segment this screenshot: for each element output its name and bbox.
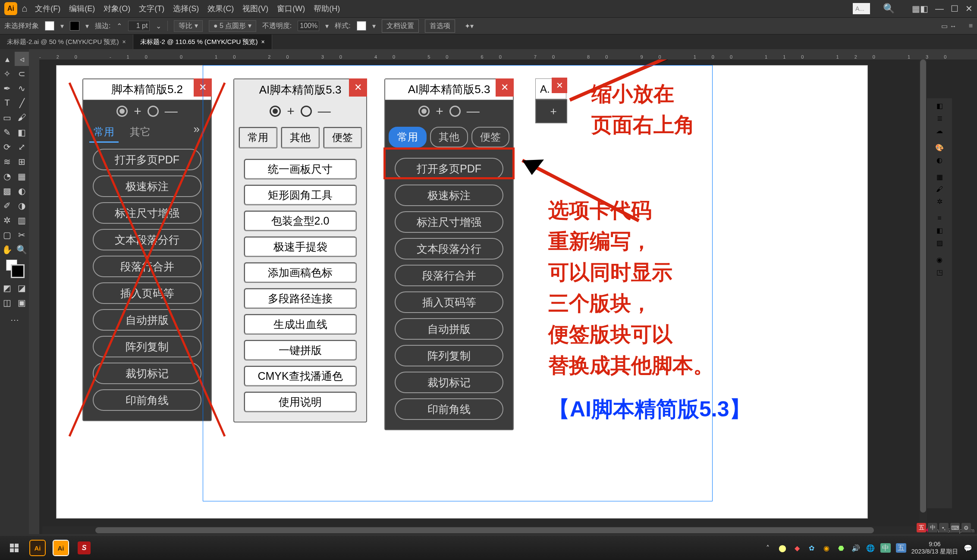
radio-on-icon[interactable]: [116, 106, 128, 117]
panel52-btn-7[interactable]: 阵列复制: [93, 336, 201, 357]
stroke-value-input[interactable]: 1 pt: [128, 21, 150, 31]
options-menu-icon[interactable]: ≡: [969, 22, 973, 30]
ime-badge-1[interactable]: 五: [917, 523, 926, 532]
menu-view[interactable]: 视图(V): [242, 3, 268, 14]
taskbar-app-ai-1[interactable]: Ai: [28, 539, 47, 557]
graphic-styles-icon[interactable]: ◳: [936, 268, 943, 276]
stroke-swatch[interactable]: [70, 21, 79, 31]
doc-tab-1-close-icon[interactable]: ×: [122, 38, 126, 45]
panel-toggle-icon[interactable]: ▭ ↔: [941, 22, 956, 30]
menu-type[interactable]: 文字(T): [139, 3, 164, 14]
gradient-tool-icon[interactable]: ◐: [15, 184, 29, 198]
arrange-docs-icon[interactable]: ▦◧: [912, 3, 928, 14]
edit-toolbar-icon[interactable]: ⋯: [7, 313, 22, 327]
eyedropper-tool-icon[interactable]: ✐: [0, 198, 14, 213]
opacity-value-input[interactable]: 100%: [298, 21, 319, 31]
preferences-button[interactable]: 首选项: [425, 19, 455, 33]
free-transform-icon[interactable]: ⊞: [15, 154, 29, 169]
horizontal-scrollbar[interactable]: [42, 526, 927, 534]
title-search-input[interactable]: A...: [853, 3, 870, 14]
graph-tool-icon[interactable]: ▥: [15, 213, 29, 227]
layers-panel-icon[interactable]: ≣: [937, 114, 942, 122]
menu-window[interactable]: 窗口(W): [277, 3, 305, 14]
panel52-btn-5[interactable]: 插入页码等: [93, 282, 201, 304]
pen-tool-icon[interactable]: ✒: [0, 81, 14, 95]
fill-stroke-control[interactable]: [6, 260, 23, 277]
tray-security-icon[interactable]: ⬤: [778, 543, 787, 553]
doc-setup-button[interactable]: 文档设置: [382, 19, 419, 33]
panel52-btn-0[interactable]: 打开多页PDF: [93, 149, 201, 170]
paintbrush-tool-icon[interactable]: 🖌: [15, 110, 29, 125]
color-panel-icon[interactable]: 🎨: [935, 144, 944, 152]
window-close-icon[interactable]: ✕: [965, 3, 973, 14]
stroke-increment-icon[interactable]: ⌄: [156, 22, 161, 30]
slice-tool-icon[interactable]: ✂: [15, 228, 29, 242]
swatches-panel-icon[interactable]: ▦: [936, 173, 943, 181]
menu-select[interactable]: 选择(S): [173, 3, 199, 14]
panel52-tab-other[interactable]: 其它: [122, 122, 158, 143]
selection-tool-icon[interactable]: ▴: [0, 52, 14, 66]
magic-wand-tool-icon[interactable]: ✧: [0, 66, 14, 81]
tray-network-icon[interactable]: 🌐: [866, 543, 875, 553]
fill-swatch[interactable]: [45, 21, 54, 31]
panel52-tab-common[interactable]: 常用: [89, 122, 119, 143]
properties-panel-icon[interactable]: ◧: [936, 102, 943, 110]
appearance-panel-icon[interactable]: ◉: [936, 256, 942, 264]
brushes-panel-icon[interactable]: 🖌: [936, 185, 943, 193]
menu-effect[interactable]: 效果(C): [207, 3, 234, 14]
style-swatch[interactable]: [357, 21, 366, 31]
hand-tool-icon[interactable]: ✋: [0, 242, 14, 257]
artboard-tool-icon[interactable]: ▢: [0, 228, 14, 242]
brush-combo[interactable]: ● 5 点圆形 ▾: [209, 20, 256, 32]
tray-app-icon-red[interactable]: ◆: [792, 543, 802, 553]
color-mode-icon[interactable]: ◩: [0, 281, 14, 295]
gradient-mode-icon[interactable]: ◪: [15, 281, 29, 295]
panel52-btn-1[interactable]: 极速标注: [93, 175, 201, 197]
blend-tool-icon[interactable]: ◑: [15, 198, 29, 213]
ime-badge-5[interactable]: ⚙: [961, 523, 971, 532]
menu-file[interactable]: 文件(F): [35, 3, 60, 14]
panel52-btn-2[interactable]: 标注尺寸增强: [93, 202, 201, 224]
symbol-sprayer-icon[interactable]: ✲: [0, 213, 14, 227]
perspective-grid-icon[interactable]: ▦: [15, 169, 29, 183]
start-button[interactable]: [4, 539, 24, 557]
menu-edit[interactable]: 编辑(E): [69, 3, 95, 14]
search-icon[interactable]: 🔍: [883, 3, 895, 14]
ime-indicator-1[interactable]: 中: [880, 543, 891, 553]
width-tool-icon[interactable]: ≋: [0, 154, 14, 169]
direct-selection-tool-icon[interactable]: ◃: [15, 52, 29, 66]
type-tool-icon[interactable]: T: [0, 96, 14, 110]
tray-app-icon-green[interactable]: ⬣: [836, 543, 846, 553]
home-icon[interactable]: ⌂: [22, 3, 27, 14]
color-guide-panel-icon[interactable]: ◐: [936, 156, 942, 164]
stroke-panel-icon[interactable]: ≡: [937, 214, 941, 222]
lasso-tool-icon[interactable]: ⊂: [15, 66, 29, 81]
shape-builder-icon[interactable]: ◔: [0, 169, 14, 183]
pin-icon[interactable]: ✦▾: [465, 22, 474, 30]
canvas[interactable]: 脚本精简版5.2 ✕ + — 常用 其它 »: [39, 59, 977, 534]
window-maximize-icon[interactable]: ☐: [951, 3, 958, 14]
panel52-btn-3[interactable]: 文本段落分行: [93, 229, 201, 250]
tray-app-icon-orange[interactable]: ◉: [822, 543, 831, 553]
shaper-tool-icon[interactable]: ✎: [0, 125, 14, 139]
tray-volume-icon[interactable]: 🔊: [851, 543, 861, 553]
ime-badge-3[interactable]: •,: [939, 523, 949, 532]
draw-mode-icon[interactable]: ◫: [0, 295, 14, 310]
doc-tab-1[interactable]: 未标题-2.ai @ 50 % (CMYK/CPU 预览) ×: [0, 34, 133, 49]
transparency-panel-icon[interactable]: ▨: [936, 239, 943, 247]
menu-object[interactable]: 对象(O): [104, 3, 130, 14]
zoom-tool-icon[interactable]: 🔍: [15, 242, 29, 257]
doc-tab-2[interactable]: 未标题-2 @ 110.65 % (CMYK/CPU 预览) ×: [133, 34, 272, 49]
line-tool-icon[interactable]: ╱: [15, 96, 29, 110]
ime-badge-4[interactable]: ⌨: [950, 523, 960, 532]
scale-tool-icon[interactable]: ⤢: [15, 140, 29, 154]
window-minimize-icon[interactable]: —: [935, 4, 944, 14]
symbols-panel-icon[interactable]: ✲: [937, 197, 942, 206]
menu-help[interactable]: 帮助(H): [314, 3, 340, 14]
rotate-tool-icon[interactable]: ⟳: [0, 140, 14, 154]
ime-badge-2[interactable]: 中: [928, 523, 937, 532]
panel52-btn-8[interactable]: 裁切标记: [93, 363, 201, 384]
stroke-decrement-icon[interactable]: ⌃: [116, 22, 122, 30]
libraries-panel-icon[interactable]: ☁: [936, 127, 943, 135]
eraser-tool-icon[interactable]: ◧: [15, 125, 29, 139]
